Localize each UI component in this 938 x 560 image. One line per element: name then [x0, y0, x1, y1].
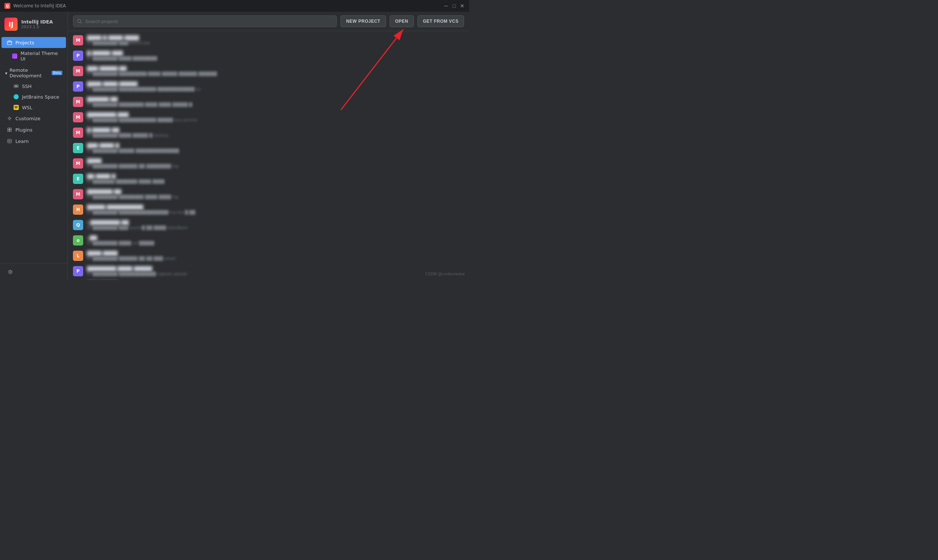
wsl-icon: W: [13, 105, 19, 110]
project-icon: o: [73, 235, 83, 246]
svg-rect-4: [8, 128, 9, 130]
project-name: ███████ ██: [87, 189, 178, 195]
title-bar-left: IJ Welcome to IntelliJ IDEA: [5, 3, 66, 9]
project-item[interactable]: P█ █████ ███D:/████████/████/████████: [68, 48, 469, 63]
sidebar-item-customize[interactable]: Customize: [2, 113, 66, 124]
close-button[interactable]: ✕: [460, 3, 465, 8]
project-name: ███ ████ █: [87, 143, 179, 148]
window-title: Welcome to IntelliJ IDEA: [13, 3, 66, 8]
title-bar: IJ Welcome to IntelliJ IDEA ─ □ ✕: [0, 0, 469, 12]
toolbar: NEW PROJECT OPEN GET FROM VCS: [68, 12, 469, 31]
project-item[interactable]: M██████ ██D:/████████/████████/████ ████…: [68, 94, 469, 109]
main-layout: IJ IntelliJ IDEA 2023.1.5 Projects: [0, 12, 469, 280]
projects-label: Projects: [15, 40, 34, 45]
app-name: IntelliJ IDEA: [21, 19, 53, 25]
project-icon: M: [73, 66, 83, 76]
search-input[interactable]: [85, 19, 333, 24]
project-path: D:/████████/███ questi█ ██ ████ ationBan…: [87, 225, 188, 230]
project-item[interactable]: H█████ ██████████D:/████████/███████████…: [68, 202, 469, 217]
app-version: 2023.1.5: [21, 25, 53, 29]
sidebar-item-remote-dev[interactable]: Remote Development Beta: [0, 65, 68, 81]
project-icon: H: [73, 205, 83, 215]
project-item[interactable]: QQ████████ ██D:/████████/███ questi█ ██ …: [68, 217, 469, 233]
sidebar-item-material-theme[interactable]: Material Theme UI: [2, 48, 66, 64]
project-item[interactable]: M███ █████ ██D:/████████/█████████/████ …: [68, 63, 469, 79]
sidebar-item-jetbrains-space[interactable]: JetBrains Space: [2, 92, 66, 102]
project-info: ████ █ ████ ████D:/████████/███/ationCod…: [87, 35, 150, 45]
project-path: D:/████████/████████/████ ████ █████ █: [87, 102, 192, 107]
project-item[interactable]: M████████ ███D:/████████/████████████/██…: [68, 109, 469, 125]
app-logo: IJ: [5, 18, 18, 31]
plugins-icon: [6, 127, 12, 133]
remote-dev-section: Remote Development Beta SSH: [0, 65, 68, 112]
project-info: ████ ████ █████D:/████████/████████████/…: [87, 82, 201, 92]
sidebar-item-ssh[interactable]: SSH: [2, 81, 66, 91]
ssh-label: SSH: [22, 83, 32, 89]
beta-badge: Beta: [52, 71, 62, 75]
project-info: ████████ ███D:/████████/████████████/███…: [87, 112, 197, 122]
sidebar-item-plugins[interactable]: Plugins: [2, 124, 66, 135]
search-icon: [77, 19, 82, 24]
project-icon: M: [73, 35, 83, 45]
open-button[interactable]: OPEN: [390, 15, 414, 27]
svg-rect-5: [10, 128, 12, 130]
project-name: █████ ██████████: [87, 205, 195, 210]
project-item[interactable]: E███ ████ █D:/████████/█████ ███████████…: [68, 140, 469, 156]
remote-dev-chevron: [5, 70, 7, 76]
material-theme-icon: [12, 53, 18, 59]
project-info: o██D:/████████ ████ olt █████: [87, 235, 154, 246]
project-path: D:/███████ ███████ ████ ████: [87, 179, 165, 184]
project-item[interactable]: P████ ████ █████D:/████████/████████████…: [68, 79, 469, 94]
sidebar-item-wsl[interactable]: W WSL: [2, 102, 66, 112]
project-info: Q████████ ██D:/████████/███ questi█ ██ █…: [87, 220, 188, 230]
project-name: ███ █████ ██: [87, 66, 217, 71]
settings-button[interactable]: [5, 267, 15, 277]
minimize-button[interactable]: ─: [443, 3, 449, 8]
project-icon: M: [73, 112, 83, 122]
project-info: ████D:/████████/██████ ██ ████████ log: [87, 158, 178, 169]
project-item[interactable]: M█ █████ ██D:/████████/████ █████ █ oksh…: [68, 125, 469, 140]
ssh-icon: [13, 83, 19, 89]
project-path: D:/████████/█████████/████ █████ ██████ …: [87, 71, 217, 76]
projects-list: M████ █ ████ ████D:/████████/███/ationCo…: [68, 31, 469, 280]
app-info: IJ IntelliJ IDEA 2023.1.5: [0, 15, 68, 37]
sidebar-item-learn[interactable]: Learn: [2, 135, 66, 146]
project-item[interactable]: E██ ████ █D:/███████ ███████ ████ ████: [68, 171, 469, 186]
project-path: D:/████████/██████ ██ ██ ███ pload: [87, 256, 175, 261]
project-item[interactable]: M████D:/████████/██████ ██ ████████ log: [68, 156, 469, 171]
maximize-button[interactable]: □: [452, 3, 457, 8]
project-icon: M: [73, 189, 83, 199]
title-bar-controls: ─ □ ✕: [443, 3, 465, 8]
project-icon: M: [73, 158, 83, 169]
svg-rect-6: [8, 130, 9, 132]
project-name: ████████ ███: [87, 112, 197, 118]
project-item[interactable]: M███████ ██D:/████████/████████ ████ ███…: [68, 186, 469, 202]
project-icon: L: [73, 251, 83, 261]
project-icon: Q: [73, 220, 83, 230]
project-info: ██ ████ █D:/███████ ███████ ████ ████: [87, 174, 165, 184]
project-name: █ █████ ██: [87, 128, 168, 133]
jetbrains-space-label: JetBrains Space: [22, 94, 59, 100]
project-info: ████████ ████ █████D:/████████/█████████…: [87, 266, 186, 276]
project-path: D:/████████/██████ ██ ████████ log: [87, 164, 178, 169]
project-path: D:/████████/████████ ████ ████ log: [87, 195, 178, 199]
new-project-button[interactable]: NEW PROJECT: [340, 15, 386, 27]
project-name: █ █████ ███: [87, 51, 157, 56]
project-item[interactable]: oo██D:/████████ ████ olt █████: [68, 233, 469, 248]
project-icon: M: [73, 128, 83, 138]
project-item[interactable]: M████ █ ████ ████D:/████████/███/ationCo…: [68, 32, 469, 48]
get-from-vcs-button[interactable]: GET FROM VCS: [418, 15, 464, 27]
svg-rect-0: [7, 42, 12, 45]
sidebar-nav: Projects Material Theme UI Remote Develo…: [0, 37, 68, 263]
content-area: NEW PROJECT OPEN GET FROM VCS M████ █ ██…: [68, 12, 469, 280]
project-name: ████: [87, 158, 178, 164]
svg-rect-7: [10, 130, 12, 132]
project-item[interactable]: L████ ████D:/████████/██████ ██ ██ ███ p…: [68, 248, 469, 263]
project-item[interactable]: P████████ ████ █████D:/████████/████████…: [68, 263, 469, 279]
project-item[interactable]: S███ █████D:/████████/████████/████ ██ a…: [68, 279, 469, 280]
sidebar-item-projects[interactable]: Projects: [2, 37, 66, 48]
project-name: ████ █ ████ ████: [87, 35, 150, 41]
project-info: █ █████ ██D:/████████/████ █████ █ oksho…: [87, 128, 168, 138]
project-name: ████ ████ █████: [87, 82, 201, 87]
search-box[interactable]: [73, 15, 337, 27]
